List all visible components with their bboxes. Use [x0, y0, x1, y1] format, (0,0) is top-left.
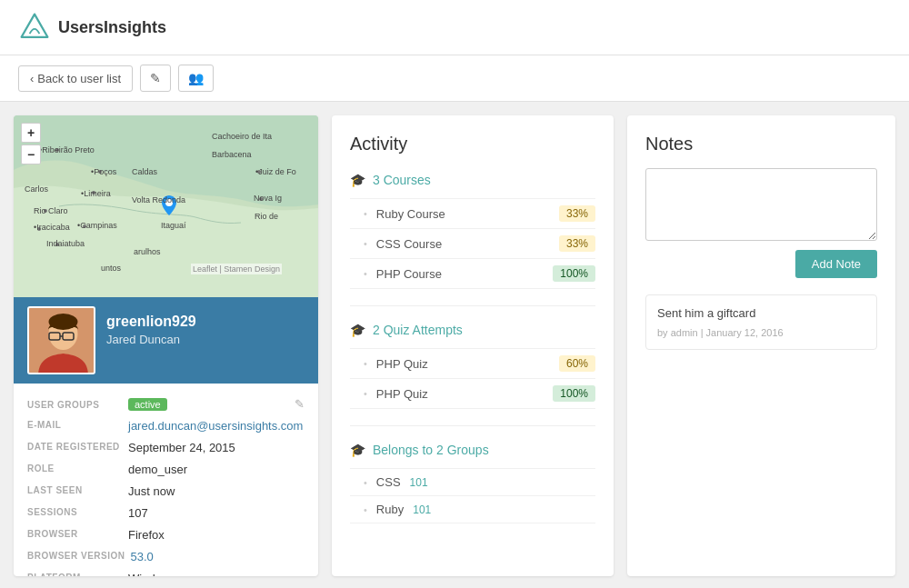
- email-value: jared.duncan@usersinsights.com: [128, 419, 303, 433]
- back-button[interactable]: ‹ Back to user list: [18, 65, 133, 92]
- role-row: ROLE demo_user: [27, 463, 305, 476]
- user-section: greenlion929 Jared Duncan: [14, 297, 318, 384]
- svg-point-5: [83, 224, 86, 228]
- main-container: Cachoeiro de Ita •Ribeirão Preto Barbace…: [0, 102, 909, 588]
- browser-version-value: 53.0: [131, 550, 154, 563]
- platform-value: Windows: [128, 572, 176, 576]
- quiz-name: PHP Quiz: [376, 387, 544, 401]
- bullet-icon: •: [364, 358, 367, 369]
- map-svg: [14, 115, 318, 297]
- groups-header-text: Belongs to 2 Groups: [373, 443, 489, 457]
- bullet-icon: •: [364, 504, 367, 515]
- course-item-php: • PHP Course 100%: [350, 258, 595, 289]
- sessions-label: SESSIONS: [27, 506, 123, 517]
- logo-text: UsersInsights: [58, 18, 166, 37]
- svg-point-11: [165, 199, 173, 206]
- notes-textarea[interactable]: [645, 168, 877, 241]
- notes-title: Notes: [645, 134, 877, 154]
- map-controls: + −: [21, 123, 41, 164]
- svg-point-2: [55, 148, 59, 152]
- user-groups-label: USER GROUPS: [27, 399, 123, 410]
- activity-panel: Activity 🎓 3 Courses • Ruby Course 33% •…: [332, 115, 614, 576]
- logo-icon: [18, 11, 51, 44]
- svg-point-7: [37, 227, 41, 231]
- quiz-header: 🎓 2 Quiz Attempts: [350, 323, 595, 337]
- divider: [350, 305, 595, 306]
- user-names: greenlion929 Jared Duncan: [106, 306, 196, 346]
- role-label: ROLE: [27, 463, 123, 473]
- bullet-icon: •: [364, 208, 367, 219]
- courses-icon: 🎓: [350, 173, 365, 187]
- browser-version-row: BROWSER VERSION 53.0: [27, 550, 305, 563]
- group-count: 101: [410, 476, 428, 489]
- groups-icon: 🎓: [350, 443, 365, 457]
- course-item-ruby: • Ruby Course 33%: [350, 198, 595, 228]
- last-seen-row: LAST SEEN Just now: [27, 484, 305, 498]
- role-value: demo_user: [128, 463, 187, 476]
- quiz-item-php-60: • PHP Quiz 60%: [350, 348, 595, 378]
- quiz-list: • PHP Quiz 60% • PHP Quiz 100%: [350, 348, 595, 409]
- bullet-icon: •: [364, 388, 367, 399]
- svg-point-8: [55, 243, 59, 246]
- groups-list: • CSS 101 • Ruby 101: [350, 468, 595, 523]
- courses-header-text: 3 Courses: [373, 173, 431, 187]
- date-registered-row: DATE REGISTERED September 24, 2015: [27, 441, 305, 454]
- platform-label: PLATFORM: [27, 572, 123, 576]
- quiz-header-text: 2 Quiz Attempts: [373, 323, 463, 337]
- date-registered-label: DATE REGISTERED: [27, 441, 123, 452]
- zoom-in-button[interactable]: +: [21, 123, 41, 143]
- courses-header: 🎓 3 Courses: [350, 173, 595, 187]
- note-text: Sent him a giftcard: [657, 306, 865, 320]
- email-row: E-MAIL jared.duncan@usersinsights.com: [27, 419, 305, 433]
- group-name: CSS: [376, 475, 401, 489]
- sessions-row: SESSIONS 107: [27, 506, 305, 520]
- edit-icon: ✎: [150, 71, 161, 85]
- quiz-item-php-100: • PHP Quiz 100%: [350, 378, 595, 409]
- course-name: Ruby Course: [376, 207, 550, 221]
- fullname: Jared Duncan: [106, 333, 196, 346]
- group-item-css: • CSS 101: [350, 468, 595, 495]
- note-card: Sent him a giftcard by admin | January 1…: [645, 294, 877, 350]
- svg-point-9: [257, 170, 261, 174]
- logo: UsersInsights: [18, 11, 166, 44]
- quiz-name: PHP Quiz: [376, 357, 550, 371]
- sessions-value: 107: [128, 506, 148, 520]
- progress-badge: 100%: [553, 385, 595, 402]
- browser-value: Firefox: [128, 528, 165, 542]
- activity-title: Activity: [350, 134, 595, 154]
- add-note-button[interactable]: Add Note: [795, 250, 877, 278]
- group-item-ruby: • Ruby 101: [350, 495, 595, 523]
- groups-section-header: 🎓 Belongs to 2 Groups: [350, 443, 595, 457]
- notes-panel: Notes Add Note Sent him a giftcard by ad…: [627, 115, 895, 576]
- svg-point-6: [44, 209, 47, 213]
- svg-marker-0: [22, 15, 48, 37]
- avatar: [27, 306, 95, 374]
- divider: [350, 425, 595, 426]
- progress-badge: 33%: [559, 205, 595, 222]
- course-item-css: • CSS Course 33%: [350, 228, 595, 258]
- map-area: Cachoeiro de Ita •Ribeirão Preto Barbace…: [14, 115, 318, 297]
- group-icon: 👥: [188, 71, 204, 85]
- progress-badge: 100%: [553, 265, 595, 282]
- group-count: 101: [413, 503, 431, 516]
- last-seen-label: LAST SEEN: [27, 484, 123, 495]
- active-badge: active: [128, 398, 167, 411]
- svg-point-4: [92, 191, 95, 194]
- browser-version-label: BROWSER VERSION: [27, 550, 125, 561]
- bullet-icon: •: [364, 268, 367, 279]
- course-name: PHP Course: [376, 267, 544, 281]
- group-button[interactable]: 👥: [178, 65, 214, 92]
- platform-row: PLATFORM Windows: [27, 572, 305, 576]
- edit-button[interactable]: ✎: [140, 65, 171, 92]
- bullet-icon: •: [364, 238, 367, 249]
- zoom-out-button[interactable]: −: [21, 145, 41, 164]
- edit-groups-icon[interactable]: ✎: [295, 397, 305, 411]
- last-seen-value: Just now: [128, 484, 175, 498]
- email-label: E-MAIL: [27, 419, 123, 430]
- avatar-image: [29, 308, 95, 374]
- chevron-left-icon: ‹: [30, 72, 34, 85]
- browser-label: BROWSER: [27, 528, 123, 539]
- svg-point-3: [98, 170, 102, 174]
- quiz-icon: 🎓: [350, 323, 365, 337]
- browser-row: BROWSER Firefox: [27, 528, 305, 542]
